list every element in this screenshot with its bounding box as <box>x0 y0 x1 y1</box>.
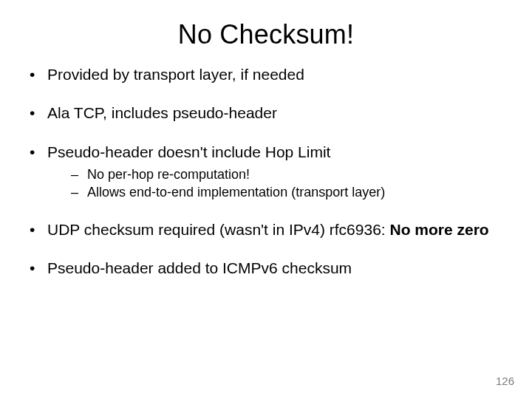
bullet-item: Pseudo-header added to ICMPv6 checksum <box>22 259 510 278</box>
bullet-list: Provided by transport layer, if needed A… <box>22 65 510 278</box>
bullet-item: Pseudo-header doesn't include Hop Limit … <box>22 143 510 201</box>
page-number: 126 <box>496 375 514 387</box>
bullet-text: Provided by transport layer, if needed <box>47 66 304 83</box>
bullet-item: Ala TCP, includes pseudo-header <box>22 103 510 123</box>
bullet-text: UDP checksum required (wasn't in IPv4) r… <box>47 221 389 238</box>
slide: No Checksum! Provided by transport layer… <box>0 0 532 399</box>
bullet-text: Pseudo-header doesn't include Hop Limit <box>47 143 330 160</box>
bullet-text: Pseudo-header added to ICMPv6 checksum <box>47 259 352 276</box>
slide-title: No Checksum! <box>0 0 532 58</box>
bullet-text: Ala TCP, includes pseudo-header <box>47 104 277 121</box>
sub-bullet-item: Allows end-to-end implementation (transp… <box>47 184 510 201</box>
sub-bullet-list: No per-hop re-computation! Allows end-to… <box>47 166 510 201</box>
bullet-item: UDP checksum required (wasn't in IPv4) r… <box>22 220 510 239</box>
sub-bullet-text: Allows end-to-end implementation (transp… <box>87 185 385 200</box>
bullet-text-bold: No more zero <box>389 221 488 238</box>
sub-bullet-text: No per-hop re-computation! <box>87 167 250 182</box>
bullet-item: Provided by transport layer, if needed <box>22 65 510 84</box>
slide-body: Provided by transport layer, if needed A… <box>0 58 532 278</box>
sub-bullet-item: No per-hop re-computation! <box>47 166 510 183</box>
